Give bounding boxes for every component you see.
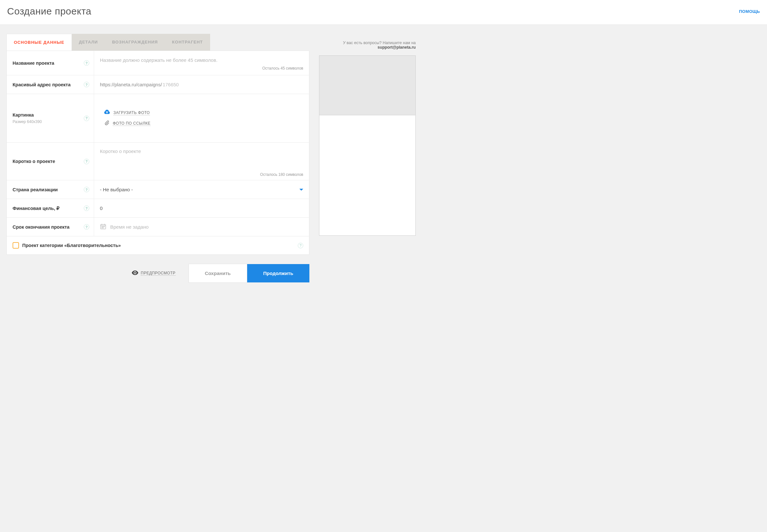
row-project-name: Название проекта ? Осталось 45 символов <box>7 51 309 75</box>
preview-button[interactable]: ПРЕДПРОСМОТР <box>119 271 188 276</box>
label-project-name: Название проекта <box>13 61 54 66</box>
charity-checkbox[interactable] <box>13 242 19 249</box>
footer-actions: ПРЕДПРОСМОТР Сохранить Продолжить <box>6 264 309 283</box>
label-country: Страна реализации <box>13 187 58 192</box>
help-icon[interactable]: ? <box>84 224 89 230</box>
tab-counterparty[interactable]: КОНТРАГЕНТ <box>165 34 210 51</box>
name-char-counter: Осталось 45 символов <box>100 66 303 71</box>
svg-point-2 <box>103 226 103 227</box>
row-goal: Финансовая цель, ₽ ? <box>7 199 309 218</box>
paperclip-icon <box>104 120 110 127</box>
tabs: ОСНОВНЫЕ ДАННЫЕ ДЕТАЛИ ВОЗНАГРАЖДЕНИЯ КО… <box>6 34 309 51</box>
label-deadline: Срок окончания проекта <box>13 224 70 230</box>
tab-details[interactable]: ДЕТАЛИ <box>72 34 105 51</box>
url-slug[interactable]: 176650 <box>163 82 179 87</box>
brief-char-counter: Осталось 180 символов <box>100 172 303 177</box>
country-value: - Не выбрано - <box>100 187 133 192</box>
eye-icon <box>132 271 138 276</box>
calendar-icon <box>100 223 106 231</box>
support-text: У вас есть вопросы? Напишите нам на supp… <box>319 36 416 55</box>
svg-point-1 <box>102 226 102 227</box>
continue-button[interactable]: Продолжить <box>247 264 309 282</box>
help-icon[interactable]: ? <box>84 159 89 164</box>
row-project-url: Красивый адрес проекта ? https://planeta… <box>7 75 309 94</box>
help-link[interactable]: ПОМОЩЬ <box>739 9 760 14</box>
deadline-picker[interactable]: Время не задано <box>100 223 303 231</box>
cloud-upload-icon <box>104 109 110 116</box>
help-icon[interactable]: ? <box>84 60 89 66</box>
help-icon[interactable]: ? <box>84 187 89 192</box>
tab-rewards[interactable]: ВОЗНАГРАЖДЕНИЯ <box>105 34 165 51</box>
preview-thumbnail <box>319 56 416 115</box>
preview-card <box>319 55 416 236</box>
row-country: Страна реализации ? - Не выбрано - <box>7 180 309 199</box>
url-prefix: https://planeta.ru/campaigns/ <box>100 82 162 87</box>
preview-label: ПРЕДПРОСМОТР <box>141 271 176 276</box>
help-icon[interactable]: ? <box>84 82 89 87</box>
upload-photo-label: ЗАГРУЗИТЬ ФОТО <box>113 110 150 115</box>
label-charity: Проект категории «Благотворительность» <box>22 243 121 248</box>
svg-point-5 <box>103 227 103 228</box>
svg-point-4 <box>102 227 102 228</box>
goal-input[interactable] <box>100 204 303 213</box>
chevron-down-icon <box>299 189 303 191</box>
form-panel: Название проекта ? Осталось 45 символов … <box>6 51 309 255</box>
row-deadline: Срок окончания проекта ? Время не задано <box>7 218 309 236</box>
label-image-size: Размер 640х390 <box>13 119 42 124</box>
upload-photo-button[interactable]: ЗАГРУЗИТЬ ФОТО <box>104 108 303 118</box>
support-email[interactable]: support@planeta.ru <box>378 45 416 50</box>
row-charity: Проект категории «Благотворительность» ? <box>7 236 309 254</box>
deadline-placeholder: Время не задано <box>110 224 149 230</box>
help-icon[interactable]: ? <box>298 243 303 248</box>
label-goal: Финансовая цель, ₽ <box>13 206 60 211</box>
page-title: Создание проекта <box>7 6 91 17</box>
help-icon[interactable]: ? <box>84 205 89 211</box>
label-brief: Коротко о проекте <box>13 159 55 164</box>
save-button[interactable]: Сохранить <box>188 264 247 283</box>
brief-input[interactable] <box>100 148 303 171</box>
photo-by-link-button[interactable]: ФОТО ПО ССЫЛКЕ <box>104 118 303 129</box>
photo-link-label: ФОТО ПО ССЫЛКЕ <box>113 121 150 126</box>
tab-basic[interactable]: ОСНОВНЫЕ ДАННЫЕ <box>6 34 72 51</box>
project-name-input[interactable] <box>100 55 303 65</box>
country-select[interactable]: - Не выбрано - <box>100 187 303 192</box>
page-header: Создание проекта ПОМОЩЬ <box>0 0 767 25</box>
row-image: Картинка Размер 640х390 ? ЗАГРУЗИТЬ ФОТО <box>7 94 309 143</box>
label-project-url: Красивый адрес проекта <box>13 82 71 87</box>
help-icon[interactable]: ? <box>84 116 89 121</box>
row-brief: Коротко о проекте ? Осталось 180 символо… <box>7 143 309 180</box>
svg-point-3 <box>104 226 105 227</box>
label-image: Картинка <box>13 112 42 118</box>
